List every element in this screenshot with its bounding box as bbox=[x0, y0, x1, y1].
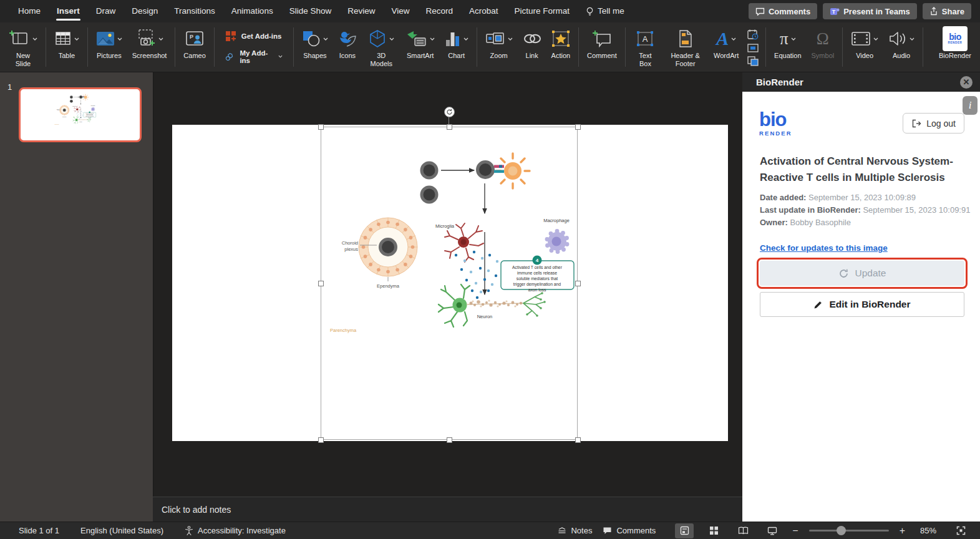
notes-area[interactable]: Click to add notes bbox=[153, 497, 742, 522]
menu-slide-show[interactable]: Slide Show bbox=[281, 0, 340, 22]
link-button[interactable]: Link bbox=[518, 22, 546, 72]
accessibility-status[interactable]: Accessibility: Investigate bbox=[185, 526, 286, 535]
zoom-level[interactable]: 85% bbox=[916, 526, 941, 535]
object-icon[interactable] bbox=[747, 56, 759, 66]
selection-handle-middle-left[interactable] bbox=[318, 281, 324, 286]
biorender-ribbon-button[interactable]: bioRENDER BioRender bbox=[934, 22, 976, 72]
pictures-button[interactable]: Pictures bbox=[91, 22, 127, 72]
accessibility-status-label: Accessibility: Investigate bbox=[198, 526, 286, 535]
chevron-down-icon bbox=[430, 37, 435, 41]
biorender-panel-body: i bio RENDER Log out Activation of Centr… bbox=[742, 92, 980, 522]
annotation-box[interactable]: 4 Activated T cells and other immune cel… bbox=[501, 256, 574, 293]
selection-handle-top-left[interactable] bbox=[318, 124, 324, 130]
shapes-button[interactable]: Shapes bbox=[297, 22, 333, 72]
editing-canvas: Choroid plexus Ependyma Microglia Macrop… bbox=[153, 72, 742, 497]
fit-to-window-button[interactable] bbox=[951, 523, 970, 538]
label-neuron: Neuron bbox=[477, 314, 493, 319]
zoom-label: Zoom bbox=[490, 52, 508, 60]
screenshot-button[interactable]: Screenshot bbox=[127, 22, 172, 72]
table-button[interactable]: Table bbox=[49, 22, 84, 72]
slide-thumbnail[interactable]: Choroid plexus Ependyma Microglia Macrop… bbox=[19, 87, 142, 142]
logout-button-label: Log out bbox=[926, 119, 956, 129]
comments-button[interactable]: Comments bbox=[749, 3, 817, 19]
slide-canvas[interactable]: Choroid plexus Ependyma Microglia Macrop… bbox=[172, 125, 728, 441]
header-footer-button[interactable]: Header & Footer bbox=[662, 22, 709, 72]
selection-handle-middle-right[interactable] bbox=[575, 281, 581, 286]
cameo-button[interactable]: P Cameo bbox=[178, 22, 210, 72]
reading-view-button[interactable] bbox=[734, 523, 752, 538]
menu-acrobat[interactable]: Acrobat bbox=[461, 0, 507, 22]
zoom-out-button[interactable]: − bbox=[792, 525, 798, 537]
edit-in-biorender-button[interactable]: Edit in BioRender bbox=[760, 292, 964, 317]
chart-button[interactable]: Chart bbox=[440, 22, 473, 72]
date-time-icon[interactable] bbox=[747, 29, 759, 40]
language-status[interactable]: English (United States) bbox=[80, 526, 163, 535]
menu-record[interactable]: Record bbox=[418, 0, 462, 22]
comments-toggle[interactable]: Comments bbox=[603, 526, 656, 535]
action-icon bbox=[551, 30, 570, 47]
new-slide-icon bbox=[9, 29, 30, 48]
audio-button[interactable]: Audio bbox=[883, 22, 919, 72]
notes-toggle-label: Notes bbox=[571, 526, 592, 535]
menu-transitions-label: Transitions bbox=[174, 0, 215, 22]
icons-button[interactable]: Icons bbox=[333, 22, 362, 72]
menu-transitions[interactable]: Transitions bbox=[166, 0, 223, 22]
chevron-down-icon bbox=[508, 37, 513, 41]
zoom-button[interactable]: Zoom bbox=[480, 22, 518, 72]
get-addins-button[interactable]: Get Add-ins bbox=[225, 31, 283, 42]
zoom-in-button[interactable]: + bbox=[900, 525, 905, 537]
smartart-button[interactable]: SmartArt bbox=[401, 22, 440, 72]
zoom-slider[interactable] bbox=[809, 530, 889, 532]
selection-handle-bottom-left[interactable] bbox=[318, 437, 324, 443]
slide-number-icon[interactable] bbox=[747, 44, 759, 52]
new-slide-button[interactable]: New Slide bbox=[4, 22, 42, 72]
selection-handle-top-right[interactable] bbox=[575, 124, 581, 130]
my-addins-icon bbox=[225, 52, 235, 62]
equation-button[interactable]: π Equation bbox=[769, 22, 806, 72]
menu-view[interactable]: View bbox=[383, 0, 417, 22]
update-button[interactable]: Update bbox=[760, 261, 964, 286]
label-macrophage: Macrophage bbox=[543, 218, 570, 223]
menu-draw-label: Draw bbox=[96, 0, 116, 22]
header-footer-label: Header & Footer bbox=[667, 52, 704, 67]
info-button[interactable]: i bbox=[963, 96, 978, 115]
comment-button[interactable]: Comment bbox=[582, 22, 622, 72]
menu-picture-format[interactable]: Picture Format bbox=[507, 0, 578, 22]
normal-view-button[interactable] bbox=[675, 523, 694, 538]
screenshot-label: Screenshot bbox=[132, 52, 167, 60]
panel-close-icon[interactable]: ✕ bbox=[960, 76, 973, 89]
menu-design[interactable]: Design bbox=[124, 0, 166, 22]
pictures-icon bbox=[96, 31, 115, 46]
share-button[interactable]: Share bbox=[923, 3, 971, 19]
slideshow-view-button[interactable] bbox=[763, 523, 782, 538]
selected-image-frame[interactable]: Choroid plexus Ependyma Microglia Macrop… bbox=[321, 127, 578, 440]
3d-models-button[interactable]: 3D Models bbox=[362, 22, 401, 72]
wordart-button[interactable]: A WordArt bbox=[709, 22, 744, 72]
menu-insert[interactable]: Insert bbox=[49, 0, 88, 22]
zoom-slider-thumb[interactable] bbox=[837, 526, 846, 535]
text-box-button[interactable]: A Text Box bbox=[629, 22, 662, 72]
menu-draw[interactable]: Draw bbox=[88, 0, 124, 22]
menu-review[interactable]: Review bbox=[339, 0, 383, 22]
audio-label: Audio bbox=[893, 52, 910, 60]
menu-home[interactable]: Home bbox=[10, 0, 49, 22]
present-in-teams-button[interactable]: T Present in Teams bbox=[823, 3, 917, 19]
menu-tell-me[interactable]: Tell me bbox=[578, 0, 633, 22]
selection-handle-bottom-middle[interactable] bbox=[447, 437, 452, 443]
selection-handle-top-middle[interactable] bbox=[447, 124, 452, 130]
selection-handle-bottom-right[interactable] bbox=[575, 437, 581, 443]
last-update-row: Last update in BioRender: September 15, … bbox=[760, 204, 972, 216]
video-button[interactable]: Video bbox=[846, 22, 883, 72]
date-added-label: Date added: bbox=[760, 193, 806, 202]
check-updates-link[interactable]: Check for updates to this image bbox=[760, 243, 888, 253]
logout-button[interactable]: Log out bbox=[903, 113, 964, 134]
menu-animations[interactable]: Animations bbox=[223, 0, 281, 22]
slide-sorter-view-button[interactable] bbox=[704, 523, 723, 538]
my-addins-button[interactable]: My Add-ins bbox=[225, 49, 283, 64]
rotation-handle[interactable] bbox=[444, 107, 455, 117]
notes-toggle[interactable]: Notes bbox=[558, 526, 592, 535]
shapes-icon bbox=[302, 30, 321, 47]
action-button[interactable]: Action bbox=[546, 22, 576, 72]
cameo-label: Cameo bbox=[183, 52, 205, 60]
symbol-button[interactable]: Ω Symbol bbox=[807, 22, 840, 72]
